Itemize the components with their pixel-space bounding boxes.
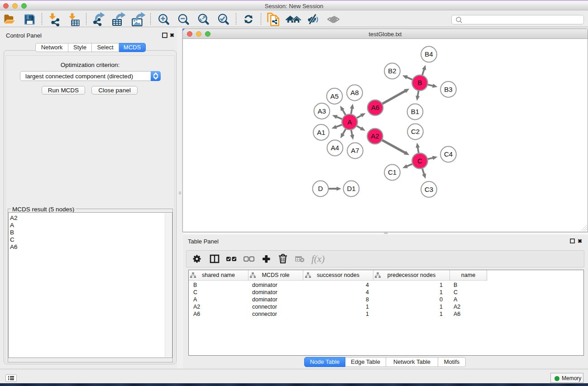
svg-text:B1: B1 (411, 108, 419, 115)
svg-text:A: A (347, 118, 352, 126)
svg-text:D: D (318, 185, 323, 192)
svg-text:A3: A3 (318, 107, 326, 115)
svg-text:C1: C1 (388, 168, 397, 176)
svg-text:D1: D1 (347, 185, 355, 192)
svg-text:A2: A2 (371, 132, 379, 140)
svg-text:f(x): f(x) (311, 253, 325, 264)
svg-text:B3: B3 (444, 86, 452, 93)
svg-text:C2: C2 (411, 128, 420, 135)
svg-text:A6: A6 (371, 104, 379, 111)
svg-text:B4: B4 (425, 50, 433, 58)
svg-text:C4: C4 (444, 150, 453, 158)
svg-text:A7: A7 (351, 147, 359, 154)
svg-text:B: B (417, 79, 422, 86)
svg-text:C: C (417, 157, 422, 165)
svg-text:A8: A8 (350, 89, 359, 96)
svg-text:A5: A5 (330, 92, 339, 100)
svg-text:C3: C3 (425, 186, 433, 193)
svg-text:A4: A4 (331, 144, 339, 152)
svg-text:B2: B2 (388, 67, 396, 75)
svg-text:A1: A1 (317, 129, 325, 136)
